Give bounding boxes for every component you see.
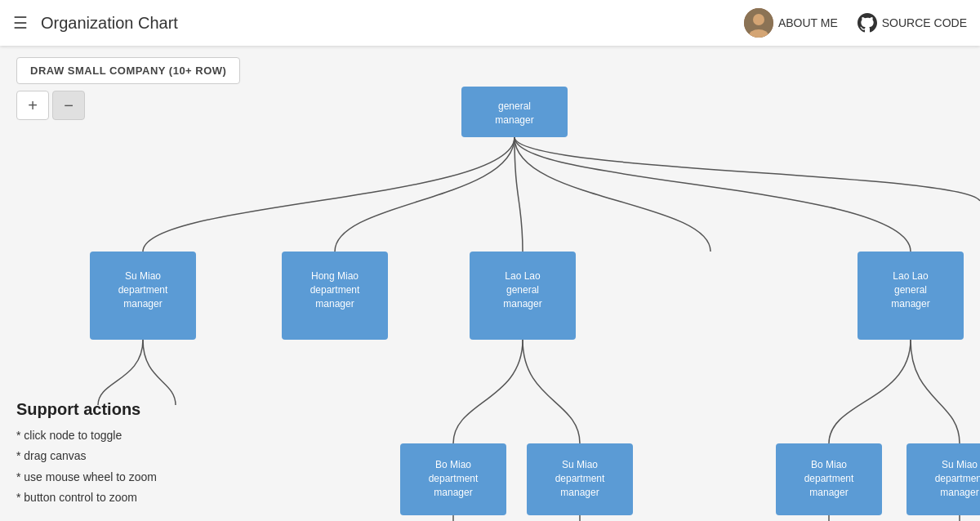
menu-icon[interactable]: ☰ [13,13,28,33]
node-hm-l3: manager [315,298,354,309]
line-gm-ll1 [514,137,523,252]
help-panel: Support actions * click node to toggle *… [0,387,173,521]
source-code-link[interactable]: SOURCE CODE [858,13,967,33]
header: ☰ Organization Chart ABOUT ME SOURCE COD… [0,0,980,46]
node-sm2-l1: Su Miao [562,459,598,470]
node-sm2-l2: department [555,473,605,484]
avatar-image [744,8,773,38]
source-code-label: SOURCE CODE [882,16,967,29]
help-item-3: * use mouse wheel to zoom [16,467,157,488]
avatar [744,8,773,38]
node-sm3-l3: manager [940,487,978,498]
about-me-link[interactable]: ABOUT ME [744,8,838,38]
node-gm-sublabel: manager [495,114,533,126]
draw-button[interactable]: DRAW SMALL COMPANY (10+ ROW) [16,57,240,84]
node-ll1-l1: Lao Lao [505,270,541,282]
canvas-area[interactable]: general manager Su Miao department manag… [0,46,980,521]
node-gm-label: general [498,100,531,112]
node-hm-l1: Hong Miao [311,270,359,282]
line-gm-sm1 [143,137,514,252]
node-ll2-l3: manager [891,298,929,309]
node-bm1-l2: department [429,473,479,484]
node-sm3-l1: Su Miao [942,459,978,470]
node-sm1-l1: Su Miao [125,270,161,282]
help-item-2: * drag canvas [16,446,157,466]
about-me-label: ABOUT ME [778,16,838,29]
node-ll2-l2: general [894,284,927,296]
node-bm1-l3: manager [434,487,472,498]
line-ll2-sm3 [911,340,960,443]
node-bm2-l3: manager [809,487,848,498]
node-ll2-l1: Lao Lao [893,270,929,282]
help-title: Support actions [16,400,157,419]
zoom-controls: + − [16,91,240,120]
line-gm-ll2 [514,137,911,252]
node-sm2-l3: manager [560,487,599,498]
line-gm-extra [514,137,980,201]
line-ll2-bm2 [829,340,911,443]
node-bm2-l1: Bo Miao [811,459,847,470]
node-ll1-l3: manager [503,298,541,309]
header-right: ABOUT ME SOURCE CODE [744,8,967,38]
node-sm1-l2: department [118,284,168,296]
svg-point-1 [753,14,764,25]
node-hm-l2: department [310,284,360,296]
zoom-in-button[interactable]: + [16,91,49,120]
node-sm1-l3: manager [123,298,162,309]
node-ll1-l2: general [506,284,539,296]
node-sm3-l2: department [935,473,980,484]
line-gm-mid [514,137,710,252]
github-icon [858,13,877,33]
node-bm1-l1: Bo Miao [435,459,471,470]
line-ll1-sm2 [523,340,580,443]
help-item-1: * click node to toggle [16,425,157,446]
line-ll1-bm1 [453,340,523,443]
app-title: Organization Chart [41,14,744,33]
toolbar: DRAW SMALL COMPANY (10+ ROW) + − [16,57,240,120]
node-bm2-l2: department [804,473,854,484]
zoom-out-button[interactable]: − [52,91,85,120]
help-item-4: * button control to zoom [16,488,157,508]
